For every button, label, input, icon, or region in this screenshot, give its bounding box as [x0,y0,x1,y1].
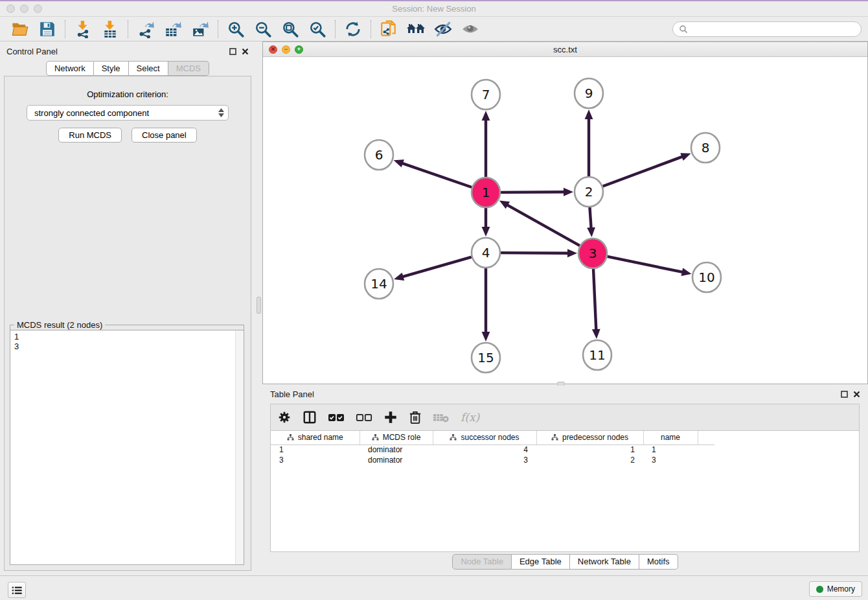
clone-network-icon[interactable] [375,19,402,40]
column-header-predecessor-nodes[interactable]: predecessor nodes [536,431,643,444]
edge-4-3[interactable] [501,253,569,253]
table-cell[interactable]: dominator [360,444,433,455]
table-cell[interactable]: 1 [271,444,360,455]
result-scrollbar[interactable] [235,330,244,564]
task-history-button[interactable] [8,582,26,598]
network-view-window: ✕ − + scc.txt 7968124314101511 [262,41,868,384]
node-table[interactable]: shared nameMCDS rolesuccessor nodesprede… [271,431,714,465]
export-network-icon[interactable] [132,19,159,40]
add-column-icon[interactable] [383,410,398,424]
network-canvas[interactable]: 7968124314101511 [263,57,867,384]
memory-button[interactable]: Memory [809,581,862,597]
tab-network[interactable]: Network [46,61,94,76]
table-cell[interactable]: 3 [433,455,536,465]
network-graph[interactable]: 7968124314101511 [263,57,867,384]
table-row[interactable]: 1dominator411 [271,444,714,455]
save-session-icon[interactable] [34,19,61,40]
split-columns-icon[interactable] [303,410,317,424]
table-cell[interactable]: 3 [271,455,360,465]
column-header-MCDS-role[interactable]: MCDS role [360,431,433,444]
zoom-in-icon[interactable] [222,19,249,40]
table-row[interactable]: 3dominator323 [271,455,714,465]
open-file-icon[interactable] [6,19,34,40]
table-cell[interactable]: 4 [433,444,536,455]
node-label: 3 [589,246,597,261]
table-cell[interactable]: 1 [643,444,698,455]
delete-table-icon[interactable] [433,411,450,423]
arrowhead-4-15 [482,332,490,341]
zoom-selected-icon[interactable] [304,19,331,40]
float-panel-icon[interactable] [229,48,236,55]
table-cell[interactable]: dominator [360,455,433,465]
table-cell[interactable]: 1 [536,444,643,455]
edge-1-2[interactable] [501,192,565,192]
zoom-out-icon[interactable] [249,19,277,40]
home-icon[interactable] [402,19,429,40]
arrowhead-2-3 [587,227,595,237]
close-table-panel-icon[interactable] [853,391,860,398]
edge-2-3[interactable] [589,207,591,229]
graph-node-6[interactable]: 6 [365,140,393,170]
graph-node-7[interactable]: 7 [472,80,500,110]
mcds-result-text[interactable]: 1 3 [10,330,235,564]
tab-select[interactable]: Select [129,61,168,76]
node-table-container: shared nameMCDS rolesuccessor nodesprede… [270,430,860,552]
hide-graphics-details-icon[interactable] [429,19,457,40]
mcds-result-title: MCDS result (2 nodes) [10,320,244,330]
table-cell[interactable]: 3 [643,455,698,465]
graph-node-15[interactable]: 15 [472,343,500,373]
graph-node-8[interactable]: 8 [691,133,720,163]
show-graphics-details-icon[interactable] [457,19,484,40]
edge-3-11[interactable] [593,269,596,330]
edge-2-8[interactable] [603,156,683,186]
graph-node-4[interactable]: 4 [472,238,500,268]
graph-node-10[interactable]: 10 [692,262,721,292]
tab-mcds[interactable]: MCDS [168,61,209,76]
edge-3-10[interactable] [608,257,683,272]
node-label: 4 [482,245,490,260]
deselect-all-checkboxes-icon[interactable] [356,412,372,422]
float-table-panel-icon[interactable] [841,391,848,398]
network-window-titlebar[interactable]: ✕ − + scc.txt [263,42,867,57]
close-panel-button[interactable]: Close panel [131,128,197,143]
table-toolbar: f(x) [270,404,860,430]
table-cell[interactable]: 2 [536,455,643,465]
vertical-splitter-handle[interactable] [257,297,261,314]
export-table-icon[interactable] [159,19,187,40]
column-header-name[interactable]: name [643,431,698,444]
run-mcds-button[interactable]: Run MCDS [58,128,122,143]
import-network-icon[interactable] [69,19,97,40]
search-field[interactable] [672,21,862,37]
hierarchy-icon [372,434,379,441]
delete-columns-icon[interactable] [409,410,422,424]
edge-4-14[interactable] [402,257,472,277]
tab-network-table[interactable]: Network Table [570,554,639,570]
mcds-result-group: MCDS result (2 nodes) 1 3 [10,320,244,565]
tab-node-table[interactable]: Node Table [452,554,512,570]
column-header-successor-nodes[interactable]: successor nodes [433,431,536,444]
edge-3-1[interactable] [507,205,580,246]
tab-edge-table[interactable]: Edge Table [512,554,570,570]
graph-node-2[interactable]: 2 [575,177,603,207]
memory-label: Memory [827,584,855,594]
select-all-checkboxes-icon[interactable] [328,412,345,422]
gear-icon[interactable] [277,410,291,424]
graph-node-1[interactable]: 1 [472,178,500,207]
criterion-select[interactable]: strongly connected component [27,105,229,121]
tab-style[interactable]: Style [94,61,129,76]
graph-node-3[interactable]: 3 [578,238,607,268]
graph-node-14[interactable]: 14 [365,269,393,299]
graph-node-9[interactable]: 9 [575,78,603,108]
export-image-icon[interactable] [187,19,214,40]
zoom-fit-icon[interactable] [277,19,304,40]
function-builder-icon[interactable]: f(x) [461,411,479,424]
close-panel-icon[interactable] [242,48,249,55]
tab-motifs[interactable]: Motifs [639,554,678,570]
import-table-icon[interactable] [97,19,124,40]
graph-node-11[interactable]: 11 [583,340,611,370]
refresh-icon[interactable] [339,19,367,40]
column-header-shared-name[interactable]: shared name [271,431,360,444]
search-input[interactable] [691,25,855,34]
toolbar-separator [65,20,65,38]
edge-1-6[interactable] [402,163,472,187]
